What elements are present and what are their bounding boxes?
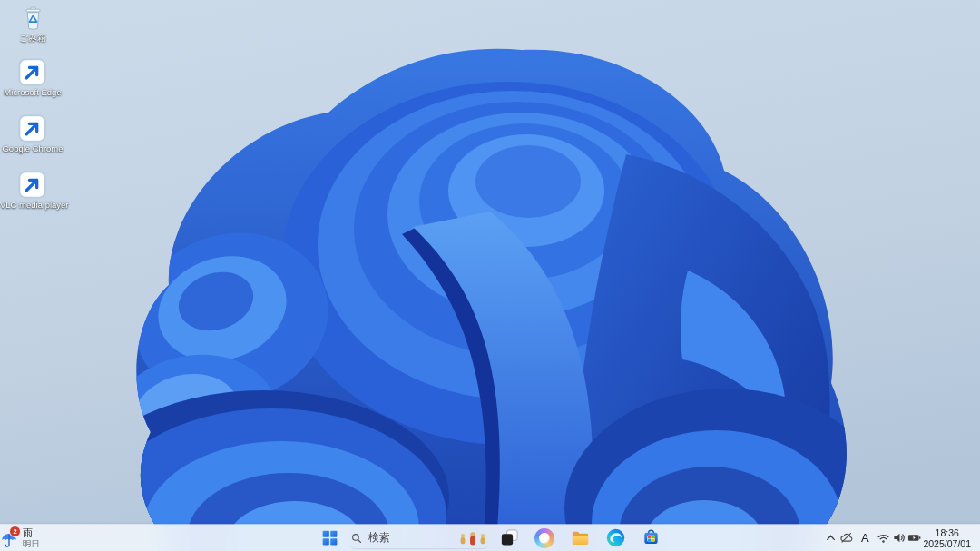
onedrive-cloud-slash-icon xyxy=(839,531,853,545)
tray-time: 18:36 xyxy=(936,527,959,538)
widgets-weather-button[interactable]: 2 雨 明日 xyxy=(0,525,40,551)
speaker-icon xyxy=(892,531,906,545)
file-explorer-icon xyxy=(570,527,591,548)
onedrive-button[interactable] xyxy=(839,527,853,549)
chrome-icon xyxy=(19,114,47,143)
clock[interactable]: 18:36 2025/07/01 xyxy=(923,527,971,549)
task-view-button[interactable] xyxy=(495,526,523,550)
desktop-icon-label: Google Chrome xyxy=(2,143,63,153)
system-tray: A xyxy=(824,525,980,551)
search-box[interactable]: 検索 xyxy=(351,528,487,548)
desktop-icon-label: Microsoft Edge xyxy=(4,87,61,97)
desktop-icon-microsoft-edge[interactable]: Microsoft Edge xyxy=(0,58,65,97)
search-highlight-icon xyxy=(458,531,487,546)
shortcut-arrow-icon xyxy=(18,114,46,143)
battery-charging-icon xyxy=(907,531,921,545)
windows-desktop: ごみ箱 Microsoft Edge Google Chrome xyxy=(0,0,980,551)
desktop-icon-vlc[interactable]: VLC media player xyxy=(0,171,65,210)
taskbar: 2 雨 明日 検索 xyxy=(0,525,980,551)
weather-badge: 2 xyxy=(9,526,21,537)
tray-date: 2025/07/01 xyxy=(923,538,971,549)
network-button[interactable] xyxy=(877,527,890,549)
microsoft-store-button[interactable] xyxy=(637,526,664,550)
tray-overflow-button[interactable] xyxy=(824,527,838,549)
weather-text: 雨 明日 xyxy=(23,528,40,548)
search-icon xyxy=(351,533,362,544)
copilot-icon xyxy=(534,528,554,548)
weather-condition: 雨 xyxy=(23,528,33,538)
recycle-bin-icon xyxy=(19,4,47,32)
desktop-icon-label: VLC media player xyxy=(0,200,65,210)
file-explorer-button[interactable] xyxy=(566,526,593,550)
microsoft-store-icon xyxy=(641,527,662,548)
copilot-button[interactable] xyxy=(531,526,558,550)
battery-button[interactable] xyxy=(907,527,921,549)
task-view-icon xyxy=(499,527,520,548)
shortcut-arrow-icon xyxy=(18,58,46,86)
ime-indicator[interactable]: A xyxy=(855,527,875,549)
edge-icon xyxy=(605,527,626,548)
search-placeholder: 検索 xyxy=(368,530,452,546)
desktop-icon-label: ごみ箱 xyxy=(20,33,46,43)
vlc-cone-icon xyxy=(19,171,47,199)
windows-logo-icon xyxy=(320,528,339,547)
umbrella-icon: 2 xyxy=(0,528,18,548)
wifi-icon xyxy=(877,531,890,545)
chevron-up-icon xyxy=(824,531,838,545)
desktop-icon-google-chrome[interactable]: Google Chrome xyxy=(0,114,65,153)
taskbar-center: 検索 xyxy=(316,525,664,551)
start-button[interactable] xyxy=(316,526,343,550)
shortcut-arrow-icon xyxy=(18,171,46,199)
desktop-icon-recycle-bin[interactable]: ごみ箱 xyxy=(0,4,65,43)
volume-button[interactable] xyxy=(892,527,906,549)
wallpaper-bloom xyxy=(0,0,980,551)
edge-icon xyxy=(19,58,47,86)
edge-taskbar-button[interactable] xyxy=(602,526,629,550)
weather-day: 明日 xyxy=(23,539,40,548)
